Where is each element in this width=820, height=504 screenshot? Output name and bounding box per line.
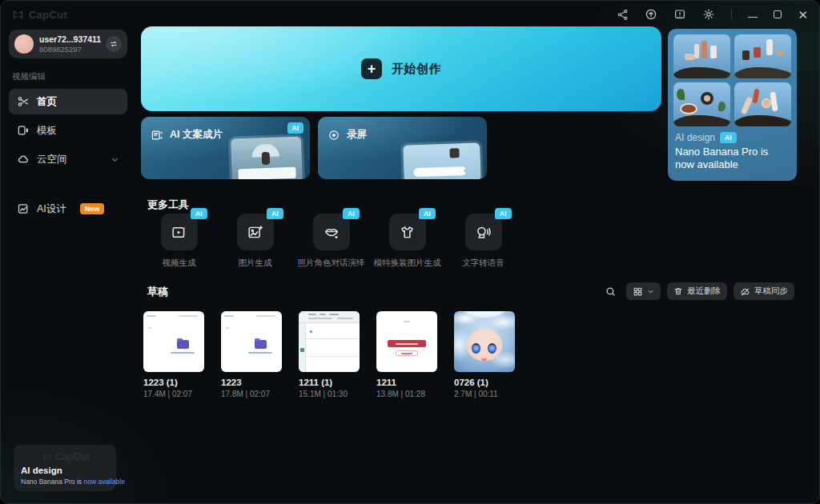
drafts-row: 1223 (1) 17.4M | 02:07 1223 17.8M | 02:0… bbox=[143, 311, 515, 398]
tshirt-icon bbox=[399, 224, 416, 241]
titlebar-divider bbox=[731, 9, 732, 20]
draft-title: 0726 (1) bbox=[454, 378, 515, 387]
switch-account-button[interactable] bbox=[106, 36, 122, 52]
share-icon[interactable] bbox=[617, 9, 629, 21]
sidebar-item-label: 云空间 bbox=[37, 153, 67, 166]
cloud-icon bbox=[17, 153, 30, 166]
tool-label: 照片角色对话演绎 bbox=[298, 258, 365, 269]
video-generate-icon bbox=[171, 224, 187, 241]
ai-badge: AI bbox=[720, 132, 737, 143]
upgrade-icon[interactable] bbox=[645, 8, 657, 21]
toast-message: Nano Banana Pro is now available bbox=[21, 478, 125, 486]
toast-title: AI design bbox=[21, 466, 62, 475]
text-to-speech-icon bbox=[475, 224, 492, 241]
maximize-button[interactable] bbox=[774, 10, 782, 18]
user-account-card[interactable]: user72...937411 8089825297 bbox=[9, 30, 127, 58]
draft-thumbnail bbox=[454, 311, 515, 372]
feature-card-preview-image bbox=[403, 142, 481, 179]
sidebar-item-templates[interactable]: 模板 bbox=[9, 118, 127, 143]
app-title: CapCut bbox=[29, 9, 67, 21]
draft-item[interactable]: 1223 (1) 17.4M | 02:07 bbox=[143, 311, 204, 398]
search-icon[interactable] bbox=[601, 282, 620, 300]
tool-photo-dialog[interactable]: AI 照片角色对话演绎 bbox=[293, 214, 369, 269]
draft-title: 1211 bbox=[376, 378, 437, 387]
draft-thumbnail bbox=[143, 311, 204, 372]
ai-badge: AI bbox=[343, 208, 360, 219]
tool-model-outfit[interactable]: AI 模特换装图片生成 bbox=[369, 214, 445, 269]
tool-text-to-speech[interactable]: AI 文字转语音 bbox=[445, 214, 521, 269]
draft-item[interactable]: 1223 17.8M | 02:07 bbox=[221, 311, 282, 398]
draft-thumbnail bbox=[221, 311, 282, 372]
lips-dialog-icon bbox=[323, 223, 340, 241]
sidebar-item-label: 模板 bbox=[37, 124, 57, 138]
promo-image-3 bbox=[673, 82, 730, 126]
promo-label: AI design bbox=[675, 132, 715, 143]
drafts-controls: 最近删除 草稿同步 bbox=[601, 282, 794, 300]
tool-image-generate[interactable]: AI 图片生成 bbox=[217, 214, 293, 269]
tool-label: 视频生成 bbox=[163, 258, 196, 269]
draft-meta: 17.8M | 02:07 bbox=[221, 390, 282, 398]
draft-item[interactable]: 1211 (1) 15.1M | 01:30 bbox=[299, 311, 360, 398]
close-button[interactable]: ✕ bbox=[798, 9, 808, 21]
user-id: 8089825297 bbox=[39, 45, 100, 54]
ai-design-promo-card[interactable]: AI design AI Nano Banana Pro is now avai… bbox=[668, 29, 797, 181]
tools-row: AI 视频生成 AI 图片生成 AI 照片角色对话演绎 AI 模特换 bbox=[141, 214, 521, 269]
start-creation-label: 开始创作 bbox=[392, 62, 441, 77]
draft-thumbnail bbox=[299, 311, 360, 372]
draft-title: 1223 bbox=[221, 378, 282, 387]
feedback-icon[interactable] bbox=[673, 8, 686, 21]
start-creation-banner[interactable]: + 开始创作 bbox=[141, 26, 661, 111]
promo-image-2 bbox=[734, 34, 791, 78]
chevron-down-icon bbox=[111, 155, 119, 164]
ai-badge: AI bbox=[419, 208, 436, 219]
ai-design-toast[interactable]: CapCut AI design Nano Banana Pro is now … bbox=[14, 445, 116, 491]
feature-card-title: AI 文案成片 bbox=[170, 128, 223, 142]
minimize-button[interactable] bbox=[748, 12, 758, 18]
draft-meta: 15.1M | 01:30 bbox=[299, 390, 360, 398]
recent-delete-button[interactable]: 最近删除 bbox=[667, 282, 727, 300]
feature-card-title: 录屏 bbox=[347, 128, 367, 142]
script-video-icon bbox=[151, 129, 163, 142]
draft-title: 1211 (1) bbox=[299, 378, 360, 387]
ai-badge: AI bbox=[287, 122, 304, 134]
settings-icon[interactable] bbox=[702, 8, 715, 21]
sidebar-section-label: 视频编辑 bbox=[12, 71, 124, 82]
user-name: user72...937411 bbox=[39, 34, 100, 44]
ai-script-to-video-card[interactable]: AI AI 文案成片 bbox=[141, 117, 310, 179]
capcut-logo: CapCut bbox=[12, 9, 67, 21]
draft-sync-button[interactable]: 草稿同步 bbox=[734, 282, 794, 300]
sidebar-item-label: AI设计 bbox=[37, 202, 66, 216]
screen-record-card[interactable]: 录屏 bbox=[318, 117, 487, 179]
capcut-watermark: CapCut bbox=[42, 451, 90, 462]
image-generate-icon bbox=[247, 224, 263, 241]
draft-meta: 13.8M | 01:28 bbox=[376, 390, 437, 398]
swap-arrows-icon bbox=[109, 39, 119, 49]
promo-image-1 bbox=[673, 34, 730, 78]
tool-video-generate[interactable]: AI 视频生成 bbox=[141, 214, 217, 269]
template-icon bbox=[17, 124, 30, 137]
sidebar-item-ai-design[interactable]: AI设计 New bbox=[9, 196, 127, 222]
view-mode-selector[interactable] bbox=[626, 282, 661, 300]
more-tools-header: 更多工具 bbox=[147, 198, 189, 212]
sidebar: user72...937411 8089825297 视频编辑 首页 模板 云空… bbox=[1, 28, 135, 503]
promo-message: Nano Banana Pro is now available bbox=[675, 146, 790, 172]
ai-design-icon bbox=[17, 202, 30, 215]
titlebar: CapCut ✕ bbox=[1, 1, 819, 28]
capcut-window: CapCut ✕ user72...937411 bbox=[0, 0, 820, 504]
recent-delete-label: 最近删除 bbox=[687, 286, 721, 297]
plus-icon: + bbox=[361, 58, 382, 79]
new-badge: New bbox=[80, 203, 105, 214]
sidebar-item-cloud-space[interactable]: 云空间 bbox=[9, 146, 127, 172]
draft-title: 1223 (1) bbox=[143, 378, 204, 387]
feature-card-preview-image bbox=[231, 136, 303, 179]
draft-sync-label: 草稿同步 bbox=[754, 286, 788, 297]
trash-icon bbox=[673, 286, 683, 296]
capcut-logo-icon bbox=[42, 452, 52, 462]
scissors-icon bbox=[17, 95, 30, 108]
draft-item[interactable]: 0726 (1) 2.7M | 00:11 bbox=[454, 311, 515, 398]
draft-meta: 17.4M | 02:07 bbox=[143, 390, 204, 398]
tool-label: 图片生成 bbox=[239, 258, 272, 269]
draft-item[interactable]: 1211 13.8M | 01:28 bbox=[376, 311, 437, 398]
sidebar-item-home[interactable]: 首页 bbox=[9, 89, 127, 114]
record-icon bbox=[328, 129, 340, 142]
